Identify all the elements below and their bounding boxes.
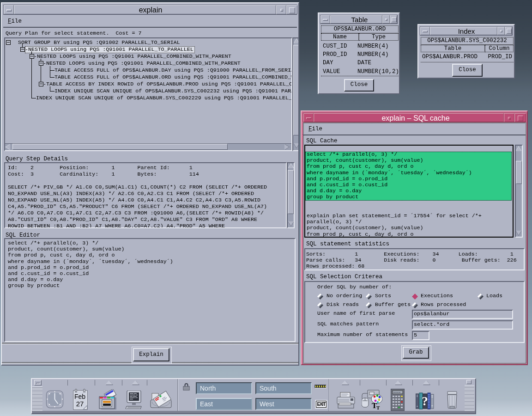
- svg-text:T: T: [376, 405, 380, 410]
- svg-text:Feb: Feb: [74, 393, 85, 400]
- svg-text:27: 27: [76, 400, 84, 408]
